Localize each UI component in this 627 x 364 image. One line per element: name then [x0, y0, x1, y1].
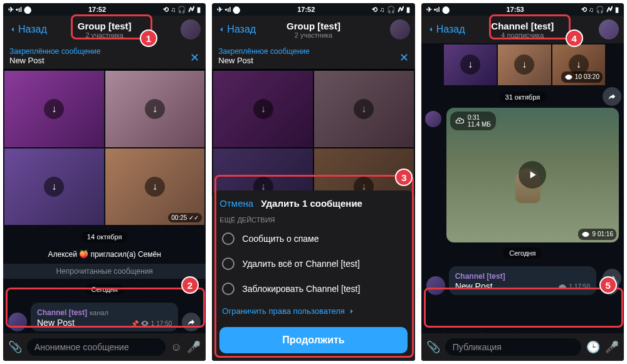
option-block[interactable]: Заблокировать Channel [test]	[219, 276, 407, 301]
eye-icon	[140, 319, 149, 328]
download-icon[interactable]: ↓	[514, 55, 534, 75]
chat-header[interactable]: Назад Channel [test] 4 подписчика	[421, 16, 624, 43]
delete-action-sheet: Отмена Удалить 1 сообщение ЕЩЁ ДЕЙСТВИЯ …	[212, 190, 414, 361]
download-icon[interactable]: ↓	[145, 99, 165, 119]
callout-badge-5: 5	[599, 276, 617, 294]
close-icon[interactable]: ✕	[399, 51, 409, 65]
chevron-left-icon	[8, 25, 17, 34]
sticker-icon[interactable]: ☺	[171, 341, 182, 354]
media-timestamp: 10 03:20	[561, 71, 603, 83]
forward-button[interactable]	[603, 87, 621, 106]
message-row[interactable]: Channel [test] New Post 1 17:50	[421, 264, 624, 298]
schedule-icon[interactable]: 🕒	[586, 340, 600, 354]
chevron-right-icon	[347, 307, 356, 316]
back-button[interactable]: Назад	[8, 24, 47, 35]
option-report-spam[interactable]: Сообщить о спаме	[219, 226, 407, 251]
cloud-download-icon	[455, 117, 464, 125]
header-title-area[interactable]: Group [test] 2 участника	[78, 21, 132, 39]
radio-icon	[222, 232, 234, 245]
video-timestamp: 9 01:16	[578, 229, 616, 240]
video-info: 0:3111.4 МБ	[450, 112, 496, 130]
forward-icon	[608, 92, 616, 101]
close-icon[interactable]: ✕	[190, 51, 199, 65]
play-icon	[526, 169, 539, 181]
status-bar: ✈ •ıl ⬤ 17:52 ⟲ ♫ 🎧 🗲 ▮	[212, 3, 414, 16]
screenshot-1: ✈ •ıl ⬤ 17:52 ⟲ ♫ 🎧 🗲 ▮ Назад Group [tes…	[3, 3, 206, 361]
media-album[interactable]: ↓ ↓ ↓ 10 03:20	[443, 43, 606, 86]
message-input[interactable]: Анонимное сообщение	[27, 338, 166, 356]
date-separator: 14 октября	[81, 231, 129, 242]
back-button[interactable]: Назад	[426, 24, 465, 35]
message-input-bar: 📎 Публикация 🕒 🎤	[421, 333, 624, 361]
eye-icon	[564, 73, 573, 81]
download-icon[interactable]: ↓	[44, 99, 64, 119]
chat-content[interactable]: ↓ ↓ ↓ 10 03:20 31 октября 0:3111.4 МБ 9 …	[421, 43, 624, 333]
pinned-message[interactable]: Закреплённое сообщение New Post ✕	[3, 43, 206, 70]
sheet-title: Удалить 1 сообщение	[261, 198, 362, 209]
system-message: Алексей 🍑 пригласил(а) Семён	[3, 247, 206, 261]
chat-header[interactable]: Назад Group [test] 2 участника	[212, 16, 414, 43]
download-icon[interactable]: ↓	[44, 177, 64, 197]
callout-badge-4: 4	[566, 29, 583, 47]
attach-icon[interactable]: 📎	[426, 340, 440, 354]
radio-icon	[222, 283, 234, 295]
download-icon[interactable]: ↓	[145, 177, 165, 197]
message-input-bar: 📎 Анонимное сообщение ☺ 🎤	[3, 333, 206, 361]
download-icon[interactable]: ↓	[460, 55, 480, 75]
chat-header[interactable]: Назад Group [test] 2 участника	[3, 16, 206, 43]
radio-icon	[222, 257, 234, 270]
screenshot-3: ✈ •ıl ⬤ 17:53 ⟲ ♫ 🎧 🗲 ▮ Назад Channel [t…	[421, 3, 624, 361]
chevron-left-icon	[217, 25, 226, 34]
screenshot-2: ✈ •ıl ⬤ 17:52 ⟲ ♫ 🎧 🗲 ▮ Назад Group [tes…	[212, 3, 414, 361]
forward-icon	[187, 318, 196, 326]
chat-avatar[interactable]	[181, 19, 201, 39]
date-separator: Сегодня	[85, 284, 124, 295]
pinned-message[interactable]: Закреплённое сообщение New Post ✕	[212, 43, 414, 70]
chevron-left-icon	[426, 25, 435, 34]
mic-icon[interactable]: 🎤	[187, 340, 201, 354]
chat-avatar[interactable]	[599, 19, 619, 39]
section-label: ЕЩЁ ДЕЙСТВИЯ	[219, 216, 407, 224]
message-row[interactable]: Channel [test]канал New Post 📌 1 17:50	[3, 300, 206, 334]
message-input[interactable]: Публикация	[445, 338, 581, 356]
option-delete-all[interactable]: Удалить всё от Channel [test]	[219, 251, 407, 276]
chat-content[interactable]: ↓ ↓ ↓ ↓ 00:25 ✓✓ 14 октября Алексей 🍑 пр…	[3, 70, 206, 360]
sender-avatar[interactable]	[426, 276, 445, 295]
status-bar: ✈ •ıl ⬤ 17:53 ⟲ ♫ 🎧 🗲 ▮	[421, 3, 624, 16]
back-button[interactable]: Назад	[217, 24, 256, 35]
chat-avatar[interactable]	[390, 19, 410, 39]
eye-icon	[581, 230, 590, 239]
restrict-rights-link[interactable]: Ограничить права пользователя	[219, 301, 407, 321]
eye-icon	[558, 283, 567, 291]
attach-icon[interactable]: 📎	[8, 340, 22, 354]
sender-avatar[interactable]	[8, 313, 27, 331]
mic-icon[interactable]: 🎤	[605, 340, 619, 354]
media-timestamp: 00:25 ✓✓	[168, 213, 202, 222]
cancel-button[interactable]: Отмена	[219, 198, 253, 209]
callout-badge-1: 1	[140, 29, 157, 47]
unread-divider: Непрочитанные сообщения	[3, 264, 206, 279]
callout-badge-2: 2	[181, 276, 199, 294]
status-bar: ✈ •ıl ⬤ 17:52 ⟲ ♫ 🎧 🗲 ▮	[3, 3, 206, 16]
date-separator: 31 октября	[499, 91, 547, 103]
continue-button[interactable]: Продолжить	[219, 327, 407, 353]
play-button[interactable]	[519, 161, 546, 189]
video-message[interactable]: 0:3111.4 МБ 9 01:16	[446, 108, 619, 242]
date-separator: Сегодня	[503, 247, 542, 259]
forward-button[interactable]	[182, 313, 201, 331]
media-album[interactable]: ↓ ↓ ↓ ↓ 00:25 ✓✓	[3, 70, 206, 226]
